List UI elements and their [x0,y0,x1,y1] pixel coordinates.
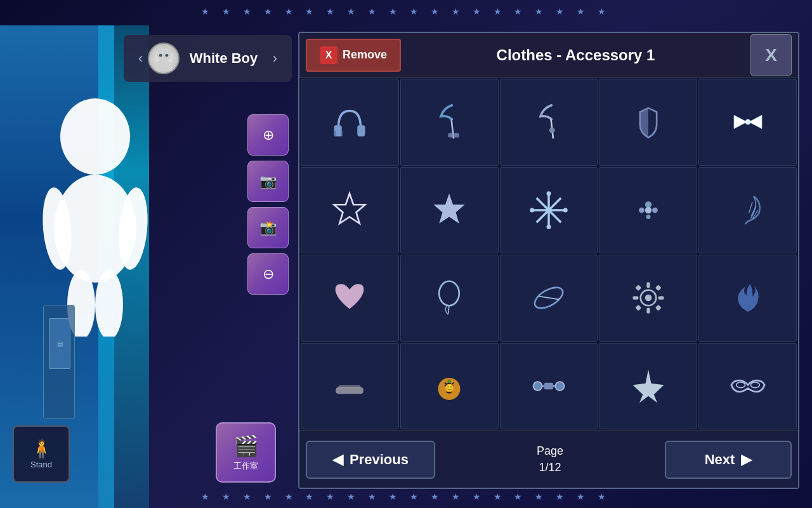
svg-point-9 [166,54,169,57]
svg-rect-45 [632,297,638,300]
svg-point-27 [530,208,534,212]
svg-line-34 [749,202,752,213]
svg-line-38 [448,306,449,315]
svg-text:😊: 😊 [445,383,455,393]
item-scythe-blue[interactable] [400,79,499,166]
character-selector: ‹ White Boy › [124,35,292,82]
page-info: Page 1/12 [537,443,563,475]
remove-button[interactable]: X Remove [306,39,401,72]
item-pill[interactable] [500,255,598,342]
svg-rect-47 [635,285,641,291]
svg-rect-52 [339,385,361,388]
svg-rect-59 [544,383,553,390]
item-flame-drop[interactable] [698,255,797,342]
item-mask[interactable] [698,343,797,430]
camera-icon-1: 📷 [259,173,277,190]
svg-point-18 [745,119,750,125]
svg-marker-61 [632,370,664,403]
item-headphones[interactable] [301,79,399,166]
previous-label: Previous [350,451,409,468]
page-number: 1/12 [537,460,563,476]
item-platform[interactable] [301,343,399,430]
next-arrow-icon: ▶ [741,451,752,468]
svg-rect-49 [635,305,641,311]
svg-point-33 [645,207,652,214]
svg-point-7 [155,60,173,71]
char-prev-arrow[interactable]: ‹ [133,48,148,69]
close-icon: X [765,45,777,65]
stand-label: Stand [30,460,52,469]
item-snowflake[interactable] [500,167,598,254]
item-star-outline[interactable] [301,167,399,254]
previous-button[interactable]: ◀ Previous [306,441,435,479]
panel-title: Clothes - Accessory 1 [407,46,744,64]
panel-header: X Remove Clothes - Accessory 1 X [299,33,798,77]
svg-point-32 [646,215,650,219]
character-avatar [148,43,180,74]
page-label: Page [537,443,563,459]
remove-x-icon: X [320,46,337,64]
svg-point-31 [639,207,645,213]
panel-footer: ◀ Previous Page 1/12 Next ▶ [299,431,798,488]
svg-rect-46 [658,297,664,300]
item-heart[interactable] [301,255,399,342]
svg-rect-50 [655,305,662,311]
svg-rect-48 [655,285,662,291]
svg-line-40 [538,288,559,308]
item-pumpkin[interactable]: 😊 [400,343,499,430]
svg-point-8 [159,54,162,57]
zoom-in-icon: ⊕ [263,127,274,144]
svg-point-5 [95,270,123,337]
stand-button[interactable]: 🧍 Stand [13,425,70,483]
workshop-button[interactable]: 🎬 工作室 [216,422,276,483]
prev-arrow-icon: ◀ [332,451,343,468]
tool-buttons: ⊕ 📷 📸 ⊖ [247,114,289,295]
item-balloon[interactable] [400,255,499,342]
character-name: White Boy [180,50,267,67]
svg-point-30 [652,207,658,213]
item-gear-large[interactable] [599,255,697,342]
svg-marker-20 [434,194,465,224]
svg-rect-15 [448,133,459,138]
svg-point-63 [750,382,759,388]
close-button[interactable]: X [750,34,792,76]
svg-point-57 [533,382,542,391]
items-grid: 😊 [299,77,798,431]
svg-rect-44 [646,308,650,314]
item-feather[interactable] [698,167,797,254]
elevator: ▤ [43,305,75,419]
remove-label: Remove [343,48,387,62]
svg-point-25 [546,191,551,196]
svg-point-26 [546,225,551,229]
svg-point-37 [439,281,459,306]
zoom-out-icon: ⊖ [263,266,274,283]
item-flower-dots[interactable] [599,167,697,254]
workshop-label: 工作室 [233,460,258,472]
svg-rect-11 [358,126,365,137]
item-bow-tie[interactable] [698,79,797,166]
item-star-sharp[interactable] [599,343,697,430]
svg-point-6 [157,48,171,62]
item-connector[interactable] [500,343,598,430]
camera-button-2[interactable]: 📸 [247,207,289,248]
elevator-cabin: ▤ [49,318,70,369]
camera-button-1[interactable]: 📷 [247,161,289,202]
item-star-filled[interactable] [400,167,499,254]
camera-icon-2: 📸 [259,220,277,236]
item-shield-half[interactable] [599,79,697,166]
svg-point-42 [645,295,652,302]
stars-decoration-top: ★ ★ ★ ★ ★ ★ ★ ★ ★ ★ ★ ★ ★ ★ ★ ★ ★ ★ ★ ★ [0,6,812,17]
svg-point-0 [60,98,130,175]
svg-point-17 [549,128,555,133]
item-scythe-gray[interactable] [500,79,598,166]
film-reel-icon: 🎬 [233,434,259,458]
char-next-arrow[interactable]: › [268,48,282,69]
svg-point-28 [563,208,568,212]
zoom-in-button[interactable]: ⊕ [247,114,289,156]
svg-marker-19 [334,194,365,224]
next-button[interactable]: Next ▶ [665,441,792,479]
main-panel: X Remove Clothes - Accessory 1 X [298,32,799,489]
svg-rect-43 [646,283,650,288]
zoom-out-button[interactable]: ⊖ [247,253,289,295]
next-label: Next [705,451,735,468]
